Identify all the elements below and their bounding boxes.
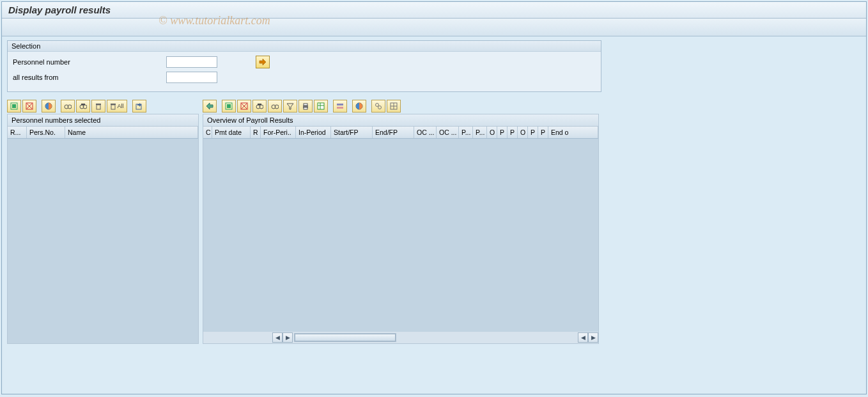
spreadsheet-icon <box>317 102 325 110</box>
scroll-right-end-button[interactable]: ▶ <box>588 332 598 343</box>
back-button[interactable] <box>203 100 217 113</box>
svg-rect-32 <box>337 104 343 105</box>
delete-all-button[interactable]: All <box>107 100 127 113</box>
left-toolbar: All <box>7 98 199 114</box>
binoculars-next-icon <box>64 102 72 110</box>
grid-button[interactable] <box>387 100 401 113</box>
col-name[interactable]: Name <box>65 127 198 138</box>
svg-rect-28 <box>304 107 307 109</box>
col-r[interactable]: R... <box>8 127 27 138</box>
export-button[interactable] <box>314 100 328 113</box>
col-forperi[interactable]: For-Peri.. <box>261 127 296 138</box>
svg-rect-13 <box>111 105 115 109</box>
col-endo[interactable]: End o <box>548 127 598 138</box>
select-all-icon <box>10 102 18 110</box>
find-next-button[interactable] <box>61 100 75 113</box>
col-p3[interactable]: P <box>497 127 508 138</box>
svg-rect-12 <box>96 104 101 105</box>
application-toolbar <box>2 19 866 36</box>
layout-icon <box>336 102 344 110</box>
col-p5[interactable]: P <box>528 127 538 138</box>
right-panel-title: Overview of Payroll Results <box>203 114 599 126</box>
deselect-all-icon <box>26 102 33 110</box>
svg-rect-10 <box>81 104 85 105</box>
col-startfp[interactable]: Start/FP <box>331 127 373 138</box>
svg-point-36 <box>378 106 382 109</box>
svg-rect-33 <box>337 107 343 109</box>
svg-rect-11 <box>97 105 100 109</box>
col-p1[interactable]: P... <box>459 127 473 138</box>
select-all-button[interactable] <box>7 100 21 113</box>
select-all-icon <box>225 102 233 110</box>
scroll-left-end-button[interactable]: ◀ <box>578 332 588 343</box>
all-results-from-label: all results from <box>13 74 166 81</box>
trash-icon <box>95 102 102 110</box>
delete-button[interactable] <box>91 100 105 113</box>
col-persno[interactable]: Pers.No. <box>27 127 65 138</box>
col-p2[interactable]: P... <box>473 127 487 138</box>
binoculars-icon <box>79 102 87 110</box>
color-circle-icon <box>355 102 363 110</box>
col-c[interactable]: C <box>203 127 212 138</box>
link-button[interactable] <box>371 100 385 113</box>
find-next-button[interactable] <box>268 100 282 113</box>
left-panel-title: Personnel numbers selected <box>7 114 199 126</box>
personnel-number-label: Personnel number <box>13 58 166 66</box>
col-o2[interactable]: O <box>518 127 528 138</box>
svg-rect-14 <box>111 104 116 105</box>
col-oc1[interactable]: OC ... <box>414 127 437 138</box>
binoculars-icon <box>256 102 263 110</box>
right-grid-body: ◀ ▶ ◀ ▶ <box>203 139 598 343</box>
link-icon <box>375 102 382 110</box>
funnel-icon <box>286 102 294 110</box>
export-icon <box>136 102 143 110</box>
horizontal-scrollbar: ◀ ▶ ◀ ▶ <box>203 332 598 343</box>
svg-rect-23 <box>258 104 261 105</box>
arrow-right-icon <box>259 59 267 65</box>
right-toolbar <box>203 98 599 114</box>
export-button[interactable] <box>132 100 146 113</box>
svg-point-35 <box>376 104 379 107</box>
left-grid-body <box>8 139 198 343</box>
selection-group: Selection Personnel number all results f… <box>7 40 601 92</box>
left-grid-header: R... Pers.No. Name <box>8 127 198 139</box>
scroll-thumb[interactable] <box>295 334 396 341</box>
left-grid: R... Pers.No. Name <box>7 126 199 344</box>
scroll-left-button[interactable]: ◀ <box>272 332 283 343</box>
svg-rect-1 <box>12 104 16 108</box>
title-bar: Display payroll results <box>2 2 866 19</box>
scroll-track[interactable] <box>294 333 396 342</box>
filter-button[interactable] <box>283 100 297 113</box>
personnel-number-input[interactable] <box>166 56 217 68</box>
col-pmtdate[interactable]: Pmt date <box>212 127 251 138</box>
variant-button[interactable] <box>352 100 366 113</box>
svg-rect-17 <box>227 104 231 108</box>
trash-icon <box>110 102 116 110</box>
grid-icon <box>390 102 398 110</box>
deselect-all-button[interactable] <box>237 100 251 113</box>
color-circle-icon <box>45 102 52 110</box>
binoculars-next-icon <box>271 102 279 110</box>
right-grid: C Pmt date R For-Peri.. In-Period Start/… <box>203 126 599 344</box>
multiple-selection-button[interactable] <box>256 56 270 68</box>
selection-group-title: Selection <box>8 41 601 52</box>
find-button[interactable] <box>252 100 267 113</box>
print-button[interactable] <box>298 100 313 113</box>
col-p6[interactable]: P <box>538 127 548 138</box>
all-results-from-input[interactable] <box>166 72 217 83</box>
col-o1[interactable]: O <box>487 127 497 138</box>
deselect-all-button[interactable] <box>22 100 36 113</box>
col-inperiod[interactable]: In-Period <box>296 127 331 138</box>
arrow-left-icon <box>206 103 213 109</box>
col-endfp[interactable]: End/FP <box>373 127 414 138</box>
variant-button[interactable] <box>42 100 56 113</box>
select-all-button[interactable] <box>222 100 236 113</box>
right-grid-header: C Pmt date R For-Peri.. In-Period Start/… <box>203 127 598 139</box>
svg-rect-29 <box>318 103 324 109</box>
find-button[interactable] <box>76 100 90 113</box>
col-r[interactable]: R <box>251 127 261 138</box>
col-p4[interactable]: P <box>508 127 518 138</box>
layout-button[interactable] <box>333 100 347 113</box>
col-oc2[interactable]: OC ... <box>437 127 459 138</box>
scroll-right-button[interactable]: ▶ <box>283 332 293 343</box>
